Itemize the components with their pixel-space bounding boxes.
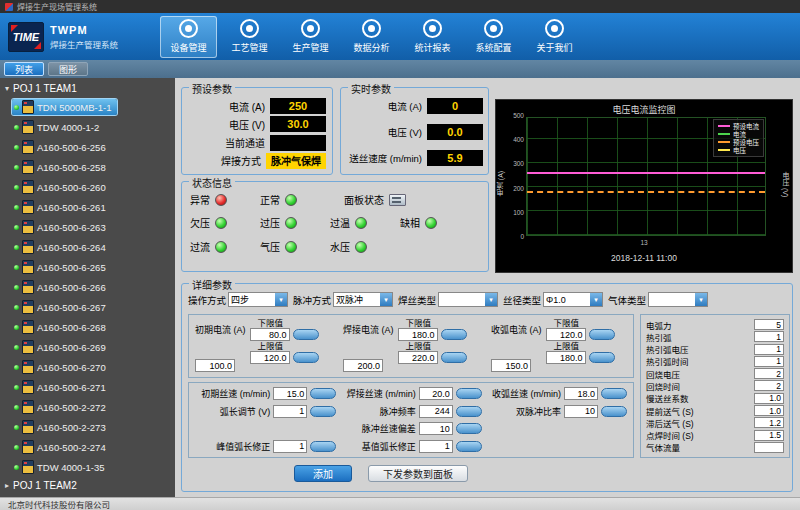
side-param-input[interactable]: 1.0: [754, 393, 784, 404]
param-input[interactable]: 18.0: [564, 387, 598, 400]
dropdown-select[interactable]: ▾: [438, 292, 498, 307]
lower-limit-input[interactable]: 180.0: [398, 328, 438, 341]
lower-limit-input[interactable]: 120.0: [546, 328, 586, 341]
status-indicator: 缺相: [400, 215, 470, 230]
device-node[interactable]: A160-500-2-273: [0, 417, 175, 437]
device-node[interactable]: A160-500-2-272: [0, 397, 175, 417]
current-value-input[interactable]: 100.0: [195, 359, 235, 372]
upper-limit-input[interactable]: 220.0: [398, 351, 438, 364]
device-node[interactable]: TDW 4000-1-2: [0, 117, 175, 137]
device-node[interactable]: A160-500-2-274: [0, 437, 175, 457]
device-node[interactable]: A160-500-6-263: [0, 217, 175, 237]
param-input[interactable]: 10: [419, 422, 453, 435]
device-node[interactable]: A160-500-6-270: [0, 357, 175, 377]
device-node[interactable]: A160-500-6-264: [0, 237, 175, 257]
param-input[interactable]: 1: [273, 405, 307, 418]
slider-handle[interactable]: [293, 352, 319, 363]
param-input[interactable]: 244: [419, 405, 453, 418]
lower-limit-input[interactable]: 80.0: [250, 328, 290, 341]
device-status-led-icon: [14, 425, 19, 430]
list-view-button[interactable]: 列表: [4, 62, 44, 76]
dropdown-select[interactable]: 四步 ▾: [228, 292, 288, 307]
team-node-2[interactable]: ▸ POJ 1 TEAM2: [0, 477, 175, 494]
device-node[interactable]: A160-500-6-269: [0, 337, 175, 357]
nav-item[interactable]: 工艺管理: [221, 16, 278, 58]
side-param-input[interactable]: 1: [754, 331, 784, 342]
device-status-led-icon: [14, 225, 19, 230]
dropdown-select[interactable]: 双脉冲 ▾: [333, 292, 393, 307]
slider-handle[interactable]: [441, 352, 467, 363]
device-node[interactable]: A160-500-6-268: [0, 317, 175, 337]
device-label: A160-500-6-269: [37, 342, 106, 353]
nav-item[interactable]: 生产管理: [282, 16, 339, 58]
slider-handle[interactable]: [310, 441, 336, 452]
device-node[interactable]: TDW 4000-1-35: [0, 457, 175, 477]
y-tick: 300: [504, 160, 524, 167]
device-node[interactable]: A160-500-6-271: [0, 377, 175, 397]
slider-handle[interactable]: [601, 388, 627, 399]
side-param-input[interactable]: 2: [754, 380, 784, 391]
side-param-input[interactable]: 1.5: [754, 430, 784, 441]
device-node[interactable]: A160-500-6-260: [0, 177, 175, 197]
slider-handle[interactable]: [310, 406, 336, 417]
dropdown-select[interactable]: ▾: [648, 292, 708, 307]
slider-handle[interactable]: [589, 329, 615, 340]
team-node-1[interactable]: ▾ POJ 1 TEAM1: [0, 80, 175, 97]
side-param-input[interactable]: 2: [754, 368, 784, 379]
chevron-down-icon[interactable]: ▾: [275, 293, 287, 306]
side-param-input[interactable]: 1.0: [754, 405, 784, 416]
side-param-input[interactable]: 5: [754, 319, 784, 330]
nav-item[interactable]: 统计报表: [404, 16, 461, 58]
slider-handle[interactable]: [456, 423, 482, 434]
side-param-input[interactable]: 1.2: [754, 417, 784, 428]
slider-handle[interactable]: [456, 441, 482, 452]
nav-item[interactable]: 设备管理: [160, 16, 217, 58]
slider-handle[interactable]: [293, 329, 319, 340]
param-input[interactable]: 1: [419, 440, 453, 453]
side-param-input[interactable]: 1: [754, 344, 784, 355]
voltage-current-monitor-chart: 电压电流监控图 电流 (A) 电压 (V) 5004003002001000 预…: [495, 99, 793, 273]
graph-view-button[interactable]: 图形: [48, 62, 88, 76]
current-name-label: 初期电流 (A): [195, 323, 246, 336]
slider-handle[interactable]: [310, 388, 336, 399]
param-label: 峰值弧长修正: [216, 440, 270, 453]
param-input[interactable]: 15.0: [273, 387, 307, 400]
device-node[interactable]: A160-500-6-266: [0, 277, 175, 297]
side-param-input[interactable]: 1: [754, 356, 784, 367]
slider-handle[interactable]: [601, 406, 627, 417]
nav-item[interactable]: 数据分析: [343, 16, 400, 58]
device-node[interactable]: A160-500-6-256: [0, 137, 175, 157]
device-node[interactable]: TDN 5000MB-1-1: [0, 97, 175, 117]
chevron-down-icon[interactable]: ▾: [590, 293, 602, 306]
device-status-led-icon: [14, 405, 19, 410]
chevron-down-icon[interactable]: ▾: [695, 293, 707, 306]
nav-item[interactable]: 关于我们: [526, 16, 583, 58]
param-input[interactable]: 20.0: [419, 387, 453, 400]
device-node[interactable]: A160-500-6-261: [0, 197, 175, 217]
abnormal-label: 异常: [190, 192, 210, 207]
upper-limit-input[interactable]: 120.0: [250, 351, 290, 364]
upper-limit-input[interactable]: 180.0: [546, 351, 586, 364]
device-node[interactable]: A160-500-6-258: [0, 157, 175, 177]
chevron-down-icon[interactable]: ▾: [485, 293, 497, 306]
add-button[interactable]: 添加: [294, 465, 352, 482]
device-node[interactable]: A160-500-6-267: [0, 297, 175, 317]
chevron-down-icon[interactable]: ▾: [380, 293, 392, 306]
device-label: A160-500-6-270: [37, 362, 106, 373]
send-to-panel-button[interactable]: 下发参数到面板: [368, 465, 468, 482]
nav-item[interactable]: 系统配置: [465, 16, 522, 58]
side-param-input[interactable]: [754, 442, 784, 453]
device-node[interactable]: A160-500-6-265: [0, 257, 175, 277]
param-input[interactable]: 10: [564, 405, 598, 418]
slider-handle[interactable]: [456, 388, 482, 399]
combo-label: 丝径类型: [503, 293, 541, 307]
slider-handle[interactable]: [441, 329, 467, 340]
current-value-input[interactable]: 150.0: [491, 359, 531, 372]
current-value-input[interactable]: 200.0: [343, 359, 383, 372]
preset-voltage-line: [527, 191, 765, 193]
device-label: TDW 4000-1-35: [37, 462, 105, 473]
param-input[interactable]: 1: [273, 440, 307, 453]
dropdown-select[interactable]: Φ1.0 ▾: [543, 292, 603, 307]
slider-handle[interactable]: [589, 352, 615, 363]
slider-handle[interactable]: [456, 406, 482, 417]
